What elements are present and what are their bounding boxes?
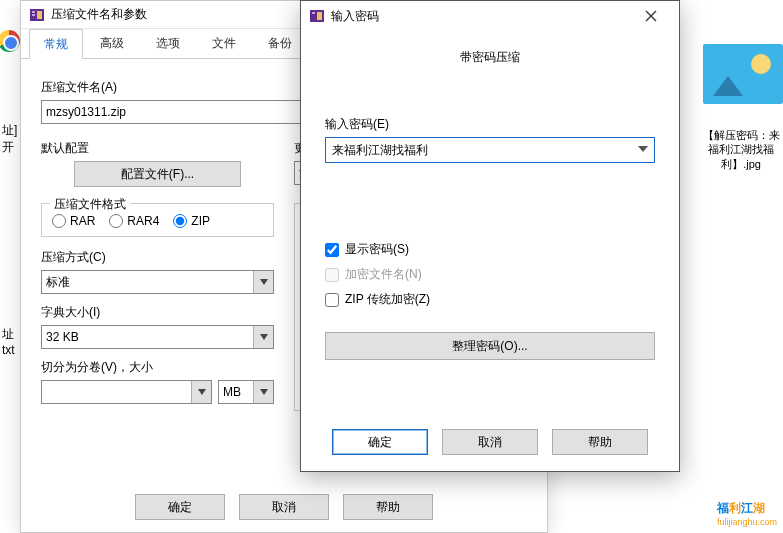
app-icon <box>29 7 45 23</box>
dialog-buttons: 确定 取消 帮助 <box>21 494 547 520</box>
chevron-down-icon[interactable] <box>253 271 273 293</box>
help-button[interactable]: 帮助 <box>552 429 648 455</box>
tab-files[interactable]: 文件 <box>197 28 251 58</box>
encrypt-names-box <box>325 268 339 282</box>
format-legend: 压缩文件格式 <box>50 196 130 213</box>
dialog-buttons: 确定 取消 帮助 <box>301 429 679 455</box>
config-file-button[interactable]: 配置文件(F)... <box>74 161 242 187</box>
format-group: 压缩文件格式 RAR RAR4 ZIP <box>41 203 274 237</box>
desktop-strip <box>0 30 20 130</box>
titlebar: 输入密码 <box>301 1 679 31</box>
method-label: 压缩方式(C) <box>41 249 274 266</box>
show-password-check[interactable]: 显示密码(S) <box>325 241 655 258</box>
format-rar4[interactable]: RAR4 <box>109 214 159 228</box>
cancel-button[interactable]: 取消 <box>442 429 538 455</box>
app-icon <box>309 8 325 24</box>
svg-rect-5 <box>312 12 315 14</box>
chevron-down-icon[interactable] <box>191 381 211 403</box>
organize-passwords-button[interactable]: 整理密码(O)... <box>325 332 655 360</box>
thumbnail-label: 【解压密码：来福利江湖找福利】.jpg <box>699 128 783 171</box>
dialog-subtitle: 带密码压缩 <box>301 31 679 74</box>
format-rar[interactable]: RAR <box>52 214 95 228</box>
password-dialog: 输入密码 带密码压缩 输入密码(E) 显示密码(S) 加密文件名(N) ZIP … <box>300 0 680 472</box>
default-config-label: 默认配置 <box>41 140 274 157</box>
password-label: 输入密码(E) <box>325 116 655 133</box>
tab-backup[interactable]: 备份 <box>253 28 307 58</box>
dict-select[interactable] <box>41 325 274 349</box>
ok-button[interactable]: 确定 <box>135 494 225 520</box>
show-password-box[interactable] <box>325 243 339 257</box>
method-select[interactable] <box>41 270 274 294</box>
dict-label: 字典大小(I) <box>41 304 274 321</box>
bg-label: 址] 开 <box>2 122 17 156</box>
format-zip[interactable]: ZIP <box>173 214 210 228</box>
tab-advanced[interactable]: 高级 <box>85 28 139 58</box>
split-label: 切分为分卷(V)，大小 <box>41 359 274 376</box>
chevron-down-icon[interactable] <box>253 326 273 348</box>
dialog-title: 输入密码 <box>331 8 631 25</box>
close-button[interactable] <box>631 4 671 28</box>
tab-options[interactable]: 选项 <box>141 28 195 58</box>
split-size-input[interactable] <box>41 380 212 404</box>
ok-button[interactable]: 确定 <box>332 429 428 455</box>
close-icon <box>645 10 657 22</box>
watermark-logo: 福利江湖 fulijianghu.com <box>717 499 777 527</box>
zip-legacy-check[interactable]: ZIP 传统加密(Z) <box>325 291 655 308</box>
watermark-domain: fulijianghu.com <box>717 517 777 527</box>
svg-rect-6 <box>317 12 322 20</box>
encrypt-names-check: 加密文件名(N) <box>325 266 655 283</box>
thumbnail-image <box>703 44 783 104</box>
cancel-button[interactable]: 取消 <box>239 494 329 520</box>
help-button[interactable]: 帮助 <box>343 494 433 520</box>
chrome-icon <box>0 30 20 52</box>
bg-label: 址 txt <box>2 326 15 357</box>
chevron-down-icon[interactable] <box>635 141 651 157</box>
chevron-down-icon[interactable] <box>253 381 273 403</box>
zip-legacy-box[interactable] <box>325 293 339 307</box>
svg-rect-3 <box>37 11 42 19</box>
tab-general[interactable]: 常规 <box>29 29 83 59</box>
svg-rect-2 <box>32 14 35 16</box>
svg-rect-1 <box>32 11 35 13</box>
password-input[interactable] <box>325 137 655 163</box>
